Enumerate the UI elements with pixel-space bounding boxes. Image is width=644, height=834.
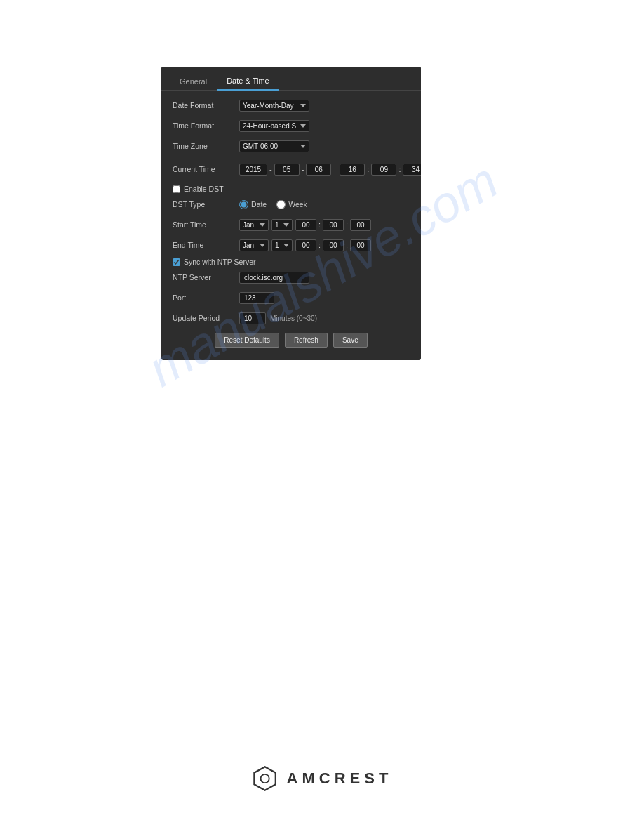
date-format-label: Date Format (173, 101, 239, 110)
time-format-row: Time Format 24-Hour-based Syste 12-Hour-… (173, 118, 410, 133)
current-time-row: Current Time - - : : PC Sync (173, 159, 410, 180)
action-buttons: Reset Defaults Refresh Save (173, 333, 410, 350)
end-hour-input[interactable] (295, 239, 316, 251)
time-format-label: Time Format (173, 121, 239, 130)
update-period-input[interactable] (239, 312, 266, 324)
update-period-row: Update Period Minutes (0~30) (173, 310, 410, 326)
date-format-select[interactable]: Year-Month-Day Month-Day-Year Day-Month-… (239, 100, 309, 112)
enable-dst-checkbox[interactable] (173, 185, 180, 193)
dst-type-week-option[interactable]: Week (276, 200, 307, 209)
start-time-triple: : : (295, 219, 371, 231)
svg-point-1 (261, 774, 269, 783)
tab-date-time[interactable]: Date & Time (217, 72, 279, 91)
save-button[interactable]: Save (333, 333, 368, 348)
end-min-input[interactable] (323, 239, 344, 251)
start-time-row: Start Time JanFebMar 123 : : (173, 217, 410, 232)
settings-panel: General Date & Time Date Format Year-Mon… (161, 67, 421, 360)
dst-type-date-option[interactable]: Date (239, 200, 267, 209)
current-time-label: Current Time (173, 165, 239, 173)
enable-dst-section: Enable DST (173, 185, 410, 193)
sep-em: : (345, 241, 349, 249)
current-month-input[interactable] (274, 164, 300, 176)
dst-type-radio-group: Date Week (239, 200, 307, 209)
port-label: Port (173, 293, 239, 302)
start-time-label: Start Time (173, 220, 239, 229)
amcrest-hex-icon (252, 765, 279, 792)
current-time-inputs: - - : : PC Sync (239, 159, 421, 180)
end-month-select[interactable]: JanFebMar (239, 239, 269, 251)
end-day-select[interactable]: 123 (271, 239, 293, 251)
sep1: - (269, 165, 273, 173)
dst-type-date-label: Date (251, 200, 267, 208)
sep2: - (301, 165, 305, 173)
end-time-label: End Time (173, 241, 239, 249)
sep4: : (366, 165, 370, 173)
current-day-input[interactable] (306, 164, 331, 176)
ntp-server-label: NTP Server (173, 273, 239, 282)
dst-type-week-label: Week (288, 200, 307, 208)
sep-sh: : (318, 220, 321, 229)
start-hour-input[interactable] (295, 219, 316, 231)
refresh-button[interactable]: Refresh (285, 333, 328, 348)
dst-type-row: DST Type Date Week (173, 197, 410, 212)
tab-general[interactable]: General (170, 73, 217, 90)
sync-ntp-label: Sync with NTP Server (184, 258, 256, 266)
ntp-server-row: NTP Server (173, 270, 410, 285)
sep-sm: : (345, 220, 349, 229)
end-time-row: End Time JanFebMar 123 : : (173, 237, 410, 253)
update-period-hint: Minutes (0~30) (270, 315, 317, 322)
time-zone-select[interactable]: GMT-06:00 GMT-05:00 GMT+00:00 (239, 140, 309, 152)
start-time-inputs: JanFebMar 123 : : (239, 219, 371, 231)
amcrest-logo: AMCREST (252, 765, 393, 792)
end-sec-input[interactable] (350, 239, 371, 251)
update-period-inputs: Minutes (0~30) (239, 312, 317, 324)
time-format-select[interactable]: 24-Hour-based Syste 12-Hour-based Syste (239, 120, 309, 132)
sync-ntp-checkbox[interactable] (173, 258, 180, 266)
time-zone-row: Time Zone GMT-06:00 GMT-05:00 GMT+00:00 (173, 138, 410, 154)
dst-type-label: DST Type (173, 200, 239, 208)
amcrest-brand-text: AMCREST (287, 769, 393, 788)
start-month-select[interactable]: JanFebMar (239, 219, 269, 231)
time-zone-label: Time Zone (173, 142, 239, 150)
svg-marker-0 (254, 767, 275, 790)
start-sec-input[interactable] (350, 219, 371, 231)
port-input[interactable] (239, 292, 274, 304)
current-second-input[interactable] (403, 164, 421, 176)
start-day-select[interactable]: 123 (271, 219, 293, 231)
sync-ntp-section: Sync with NTP Server (173, 258, 410, 266)
end-time-triple: : : (295, 239, 371, 251)
current-minute-input[interactable] (371, 164, 396, 176)
sep5: : (398, 165, 401, 173)
enable-dst-label: Enable DST (184, 185, 224, 193)
current-hour-input[interactable] (340, 164, 365, 176)
dst-type-week-radio[interactable] (276, 200, 286, 209)
reset-defaults-button[interactable]: Reset Defaults (215, 333, 279, 348)
update-period-label: Update Period (173, 314, 239, 322)
dst-type-date-radio[interactable] (239, 200, 248, 209)
sep-eh: : (318, 241, 321, 249)
form-body: Date Format Year-Month-Day Month-Day-Yea… (161, 91, 421, 360)
end-time-inputs: JanFebMar 123 : : (239, 239, 371, 251)
date-format-row: Date Format Year-Month-Day Month-Day-Yea… (173, 98, 410, 113)
tab-bar: General Date & Time (161, 67, 421, 91)
ntp-server-input[interactable] (239, 272, 309, 284)
port-row: Port (173, 290, 410, 305)
start-min-input[interactable] (323, 219, 344, 231)
current-year-input[interactable] (239, 164, 267, 176)
bottom-divider (42, 658, 168, 658)
